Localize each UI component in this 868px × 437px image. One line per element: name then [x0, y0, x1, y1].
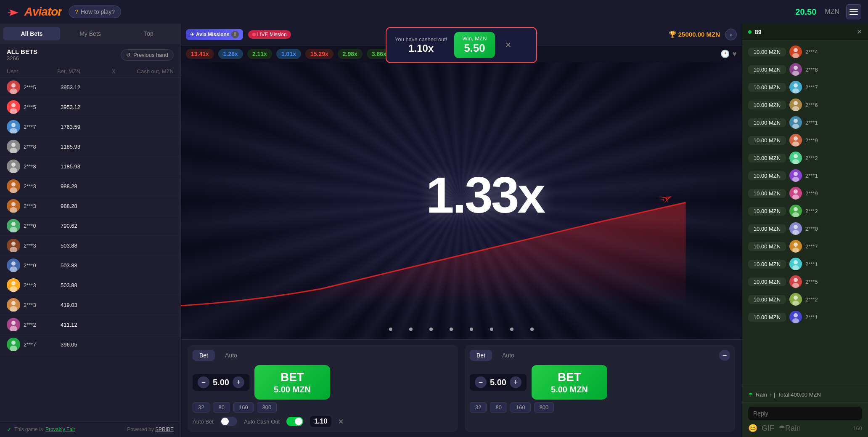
live-mission-badge[interactable]: LIVE Mission — [248, 30, 291, 39]
gif-icon[interactable]: GIF — [762, 424, 774, 433]
cashout-value[interactable]: 1.10 — [310, 416, 331, 427]
preset-1-32[interactable]: 32 — [193, 402, 209, 413]
bet-panel-2-tabs: Bet Auto − — [470, 350, 730, 361]
list-item: 10.00 MZN 2***4 — [746, 44, 865, 60]
svg-point-43 — [792, 177, 799, 182]
chat-reply-input[interactable] — [748, 407, 862, 420]
avatar — [7, 100, 20, 114]
chat-username: 2***7 — [805, 243, 818, 250]
svg-point-48 — [794, 225, 798, 229]
bet-button-1[interactable]: BET 5.00 MZN — [254, 365, 330, 400]
chat-username: 2***2 — [805, 208, 818, 214]
cashout-close-icon[interactable]: ✕ — [338, 418, 344, 426]
bet-presets-1: 32 80 160 800 — [193, 402, 453, 413]
chat-bet-amount: 10.00 MZN — [748, 65, 786, 74]
rain-total: Total 400.00 MZN — [778, 392, 821, 398]
shield-icon: ✓ — [7, 426, 12, 433]
missions-nav-arrow[interactable]: › — [725, 29, 737, 40]
multiplier-pill[interactable]: 2.98x — [338, 49, 363, 59]
spribe-link[interactable]: SPRIBE — [155, 426, 174, 432]
previous-hand-button[interactable]: ↺ Previous hand — [121, 49, 174, 61]
multiplier-pill[interactable]: 2.11x — [247, 49, 272, 59]
svg-point-59 — [792, 318, 799, 323]
menu-line-1 — [849, 9, 858, 10]
multiplier-pill[interactable]: 1.26x — [218, 49, 243, 59]
chat-online-count: 89 — [755, 29, 853, 35]
preset-2-160[interactable]: 160 — [511, 402, 531, 413]
provably-fair-text[interactable]: Provably Fair — [45, 426, 75, 432]
bet-decrement-2[interactable]: − — [475, 376, 487, 388]
question-icon: ? — [75, 8, 78, 15]
avatar — [7, 199, 20, 213]
bet-increment-2[interactable]: + — [510, 376, 521, 388]
chat-close-button[interactable]: ✕ — [857, 28, 862, 36]
list-item: 10.00 MZN 2***1 — [746, 115, 865, 131]
preset-1-80[interactable]: 80 — [213, 402, 230, 413]
bet-button-2[interactable]: BET 5.00 MZN — [532, 365, 607, 400]
bet-increment-1[interactable]: + — [233, 376, 244, 388]
bet-decrement-1[interactable]: − — [198, 376, 209, 388]
list-item: 10.00 MZN 2***1 — [746, 309, 865, 325]
svg-point-39 — [792, 141, 799, 147]
bet-tab-2-auto[interactable]: Auto — [495, 350, 521, 361]
info-icon[interactable]: i — [231, 31, 239, 38]
menu-button[interactable] — [846, 4, 861, 19]
user-name: 2***8 — [24, 144, 57, 150]
chat-bet-amount: 10.00 MZN — [748, 154, 786, 163]
multiplier-pill[interactable]: 15.29x — [305, 49, 333, 59]
rain-action-icon[interactable]: ☂Rain — [778, 424, 801, 433]
table-row: 2***8 1185.93 — [0, 157, 180, 176]
bet-tab-2-bet[interactable]: Bet — [470, 350, 492, 361]
preset-1-800[interactable]: 800 — [257, 402, 277, 413]
list-item: 10.00 MZN 2***2 — [746, 203, 865, 219]
dot-5 — [470, 328, 473, 331]
chat-bet-amount: 10.00 MZN — [748, 242, 786, 251]
cashed-out-multiplier: 1.10x — [395, 43, 447, 54]
flight-path-svg — [181, 188, 742, 314]
close-win-button[interactable]: ✕ — [505, 40, 511, 50]
dot-3 — [429, 328, 433, 331]
col-user-label: User — [7, 68, 57, 75]
multiplier-pill[interactable]: 13.41x — [186, 49, 214, 59]
bet-amount: 503.88 — [61, 262, 174, 269]
all-bets-title: ALL BETS — [7, 48, 37, 55]
tab-top[interactable]: Top — [120, 27, 177, 40]
bet-tab-1-auto[interactable]: Auto — [218, 350, 244, 361]
svg-point-21 — [10, 286, 17, 292]
panel-2-collapse[interactable]: − — [719, 350, 730, 361]
list-item: 10.00 MZN 2***5 — [746, 274, 865, 290]
svg-point-6 — [11, 143, 16, 147]
clock-icon[interactable]: 🕐 — [720, 49, 730, 59]
table-row: 2***7 1763.59 — [0, 117, 180, 137]
svg-point-2 — [11, 103, 16, 107]
dot-6 — [490, 328, 493, 331]
svg-point-17 — [10, 247, 17, 252]
bet-amount: 503.88 — [61, 282, 174, 288]
tab-all-bets[interactable]: All Bets — [3, 27, 60, 40]
bet-controls: Bet Auto − 5.00 + BET 5.00 MZN 32 — [181, 339, 742, 437]
table-row: 2***3 419.03 — [0, 295, 180, 315]
preset-2-800[interactable]: 800 — [534, 402, 554, 413]
heart-icon[interactable]: ♥ — [732, 50, 737, 59]
emoji-icon[interactable]: 😊 — [748, 424, 757, 433]
bet-amount: 988.28 — [61, 203, 174, 209]
user-name: 2***0 — [24, 262, 57, 269]
avia-missions-badge[interactable]: ✈ Avia Missions i — [186, 29, 243, 40]
svg-point-9 — [10, 168, 17, 173]
svg-point-24 — [11, 321, 16, 325]
bet-tab-1-bet[interactable]: Bet — [193, 350, 215, 361]
preset-2-80[interactable]: 80 — [490, 402, 507, 413]
auto-bet-toggle[interactable] — [220, 417, 237, 426]
chat-actions: 😊 GIF ☂Rain 160 — [748, 424, 862, 433]
auto-cashout-toggle[interactable] — [286, 417, 303, 426]
how-to-play-button[interactable]: ? How to play? — [69, 5, 121, 18]
tab-my-bets[interactable]: My Bets — [62, 27, 119, 40]
auto-bet-label: Auto Bet — [193, 418, 214, 425]
rain-bar: ☂ Rain ↑ | Total 400.00 MZN — [742, 387, 868, 402]
multiplier-pill[interactable]: 1.01x — [276, 49, 301, 59]
bet-amount: 503.88 — [61, 242, 174, 249]
preset-2-32[interactable]: 32 — [470, 402, 487, 413]
svg-point-37 — [792, 124, 799, 129]
preset-1-160[interactable]: 160 — [233, 402, 254, 413]
avatar — [7, 338, 20, 351]
